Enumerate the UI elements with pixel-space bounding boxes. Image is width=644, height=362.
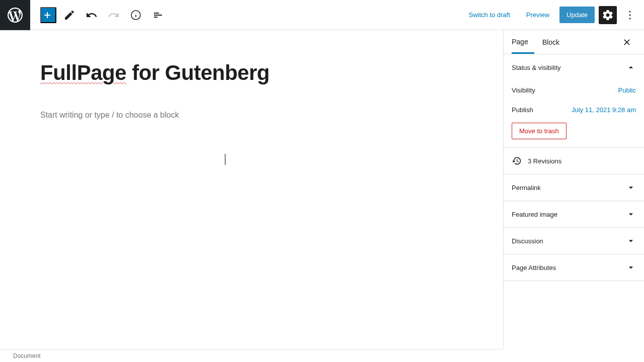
redo-button[interactable]: [105, 6, 123, 24]
info-button[interactable]: [127, 6, 145, 24]
revisions-button[interactable]: 3 Revisions: [504, 148, 644, 174]
text-cursor: [225, 154, 225, 165]
panel-featured-image[interactable]: Featured image: [504, 201, 644, 227]
close-sidebar-button[interactable]: [618, 33, 636, 51]
more-options-button[interactable]: [621, 6, 639, 24]
visibility-value[interactable]: Public: [618, 86, 636, 94]
page-title[interactable]: FullPage for Gutenberg: [40, 60, 463, 85]
panel-discussion[interactable]: Discussion: [504, 228, 644, 254]
tab-page[interactable]: Page: [512, 31, 534, 54]
chevron-down-icon: [626, 183, 636, 193]
switch-to-draft-button[interactable]: Switch to draft: [462, 7, 516, 23]
panel-page-attributes[interactable]: Page Attributes: [504, 254, 644, 281]
breadcrumb-document[interactable]: Document: [13, 352, 41, 359]
visibility-label: Visibility: [512, 86, 535, 94]
panel-status-visibility[interactable]: Status & visibility: [504, 54, 644, 80]
chevron-down-icon: [626, 209, 636, 219]
undo-button[interactable]: [83, 6, 101, 24]
chevron-down-icon: [626, 262, 636, 273]
list-view-button[interactable]: [149, 6, 167, 24]
chevron-down-icon: [626, 236, 636, 246]
tab-block[interactable]: Block: [542, 31, 566, 53]
content-placeholder[interactable]: Start writing or type / to choose a bloc…: [40, 111, 463, 120]
svg-point-5: [629, 18, 631, 19]
move-to-trash-button[interactable]: Move to trash: [512, 123, 567, 139]
chevron-up-icon: [626, 62, 636, 72]
settings-button[interactable]: [599, 6, 617, 24]
svg-point-3: [629, 11, 631, 12]
history-icon: [512, 156, 522, 166]
svg-point-4: [629, 14, 631, 16]
edit-tools-button[interactable]: [60, 6, 78, 24]
update-button[interactable]: Update: [559, 7, 595, 23]
preview-button[interactable]: Preview: [520, 7, 555, 23]
wordpress-logo[interactable]: [0, 0, 30, 30]
add-block-button[interactable]: [40, 7, 56, 23]
publish-label: Publish: [512, 106, 533, 114]
publish-value[interactable]: July 11, 2021 9:28 am: [572, 106, 636, 114]
panel-permalink[interactable]: Permalink: [504, 174, 644, 201]
